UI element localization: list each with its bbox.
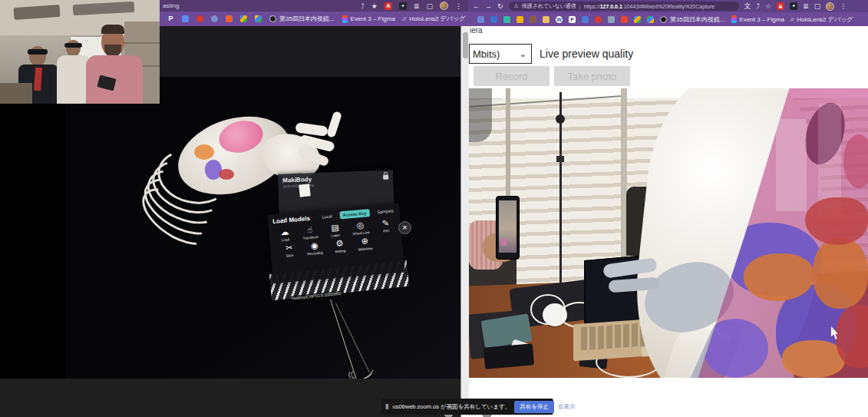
screen: Holoeyes XR V2.5 20220803 MakiBody 10/31…	[0, 0, 868, 417]
figma-favicon	[731, 15, 737, 23]
pen-icon: ✎	[381, 218, 389, 229]
right-browser-toolbar: ← → ↻ ⚠ 保護されていない通信 | https://127.0.0.1:1…	[468, 0, 868, 12]
favicon-wordpress[interactable]: W	[556, 16, 563, 23]
webview-icon: ⊕	[361, 236, 368, 247]
tool-layer[interactable]: ▤Layer	[322, 222, 349, 239]
tool-webview[interactable]: ⊕WebView	[351, 235, 378, 252]
ar-segment-pink	[843, 134, 868, 188]
bookmark-figma[interactable]: Event 3 – Figma	[731, 15, 784, 23]
favicon-p[interactable]: P	[167, 15, 174, 22]
ar-segment-orange	[813, 238, 868, 309]
setting-icon: ⚙	[335, 238, 344, 249]
reload-button[interactable]: ↻	[497, 2, 503, 10]
quality-select[interactable]: Mbits) ⌄	[469, 44, 532, 64]
bookmark-figma[interactable]: Event 3 – Figma	[342, 15, 395, 23]
profile-avatar[interactable]	[440, 2, 448, 10]
favicon[interactable]	[608, 16, 615, 23]
sticky-note	[299, 184, 311, 197]
virtual-hand-finger	[295, 122, 328, 137]
lock-icon	[383, 175, 388, 180]
favicon[interactable]	[226, 15, 233, 22]
back-button[interactable]: ←	[473, 2, 480, 10]
scrollbar[interactable]	[460, 26, 469, 417]
tab-access-key[interactable]: Access Key	[339, 209, 370, 219]
scrollbar-thumb[interactable]	[463, 32, 468, 58]
tool-recording[interactable]: ◉Recording	[302, 240, 328, 256]
left-tab-title: asting	[163, 2, 361, 9]
favicon[interactable]	[517, 16, 523, 23]
favicon[interactable]	[543, 16, 550, 23]
security-warning-icon: ⚠	[514, 3, 519, 9]
tool-setting[interactable]: ⚙Setting	[327, 237, 354, 254]
record-button[interactable]: Record	[474, 66, 550, 86]
forward-button[interactable]: →	[485, 2, 492, 10]
tab-group-icon[interactable]: ▢	[814, 2, 821, 10]
url-text: https://127.0.0.1:10443/#Mixed%20Reality…	[584, 4, 715, 9]
layer-icon: ▤	[331, 223, 339, 233]
url-bar[interactable]: ⚠ 保護されていない通信 | https://127.0.0.1:10443/#…	[509, 2, 739, 11]
adobe-extension-icon[interactable]: A	[384, 2, 392, 10]
favicon[interactable]	[530, 16, 536, 23]
notes-extension-icon[interactable]: ≣	[414, 2, 420, 10]
notes-extension-icon[interactable]: ≣	[803, 2, 809, 10]
quality-label: Live preview quality	[540, 48, 633, 60]
left-browser-titlebar: asting ⤴ ★ A ✦ ≣ ▢ ⋮	[160, 0, 468, 12]
shelf-line	[124, 42, 160, 44]
hololens-headset	[28, 49, 48, 55]
virtual-line-icon: ◎	[356, 220, 365, 231]
bookmark-hololens-debug[interactable]: //HoloLens2 デバッグ	[403, 15, 466, 23]
window-corner-shadow	[469, 88, 492, 142]
slashes-favicon: //	[790, 16, 794, 23]
extension-icon[interactable]: ✦	[399, 2, 407, 10]
adobe-extension-icon[interactable]: A	[777, 2, 784, 10]
favicon[interactable]	[582, 16, 589, 23]
tool-slice[interactable]: ✂Slice	[276, 242, 303, 259]
share-icon[interactable]: ⤴	[361, 2, 365, 10]
close-panel-button[interactable]: ×	[398, 221, 411, 234]
bookmark-endoscopy[interactable]: 第35回日本内視鏡...	[660, 15, 725, 24]
tool-pen[interactable]: ✎Pen	[372, 217, 399, 234]
favicon[interactable]	[621, 16, 628, 23]
globe-favicon	[660, 16, 667, 23]
menu-icon[interactable]: ⋮	[455, 2, 462, 10]
favicon[interactable]	[211, 15, 218, 22]
favicon-p[interactable]: P	[569, 16, 576, 23]
profile-avatar[interactable]	[826, 2, 834, 11]
favicon[interactable]	[503, 16, 510, 23]
favicon[interactable]	[196, 15, 203, 22]
share-message: us06web.zoom.us が画面を共有しています。	[392, 403, 510, 411]
tripod-knob	[556, 156, 564, 162]
favicon[interactable]	[182, 15, 189, 22]
share-icon[interactable]: ⤴	[757, 2, 761, 10]
favicon-drive[interactable]	[240, 15, 247, 22]
tab-local[interactable]: Local	[318, 212, 335, 221]
tripod-knob	[556, 114, 565, 124]
pause-icon[interactable]: ‖	[385, 403, 388, 411]
favicon-drive[interactable]	[647, 16, 654, 23]
stop-sharing-button[interactable]: 共有を停止	[514, 401, 554, 413]
bookmark-star-icon[interactable]: ☆	[765, 2, 771, 10]
slashes-favicon: //	[403, 15, 406, 22]
tool-virtual-line[interactable]: ◎Virtual Line	[348, 220, 375, 237]
bookmark-endoscopy[interactable]: 第35回日本内視鏡...	[269, 15, 335, 23]
clipped-page-text: iera	[470, 26, 483, 35]
recording-icon: ◉	[310, 240, 318, 251]
favicon[interactable]	[595, 16, 602, 23]
webcam-video-feed	[0, 0, 160, 104]
extension-icon[interactable]: ✦	[790, 2, 797, 10]
take-photo-button[interactable]: Take photo	[554, 66, 630, 86]
favicon[interactable]	[477, 16, 484, 23]
translate-icon[interactable]: 文	[744, 2, 751, 12]
tool-transform[interactable]: ☝Transform	[297, 223, 324, 240]
quality-select-value: Mbits)	[473, 48, 520, 60]
menu-icon[interactable]: ⋮	[840, 2, 847, 10]
bookmark-star-icon[interactable]: ★	[371, 2, 378, 10]
bookmark-hololens-debug[interactable]: //HoloLens2 デバッグ	[790, 15, 853, 24]
favicon-drive[interactable]	[634, 16, 641, 23]
tab-group-icon[interactable]: ▢	[426, 2, 433, 10]
favicon[interactable]	[490, 16, 497, 23]
tool-load[interactable]: ☁Load	[272, 226, 299, 243]
hide-bar-button[interactable]: 非表示	[558, 403, 576, 411]
tab-samples[interactable]: Samples	[374, 207, 397, 217]
favicon-drive[interactable]	[255, 15, 262, 22]
